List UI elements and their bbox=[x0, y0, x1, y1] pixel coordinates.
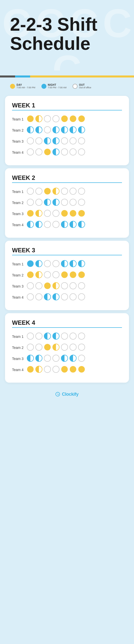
shift-circle bbox=[69, 137, 77, 146]
shift-circle bbox=[35, 198, 43, 207]
svg-point-19 bbox=[70, 138, 76, 144]
svg-point-18 bbox=[61, 138, 68, 144]
svg-point-101 bbox=[53, 355, 59, 361]
shift-circle bbox=[78, 293, 85, 302]
svg-point-44 bbox=[44, 210, 51, 217]
week-title: WEEK 3 bbox=[12, 247, 122, 254]
shift-circle bbox=[78, 198, 85, 207]
team-label: Team 4 bbox=[12, 150, 27, 154]
svg-point-15 bbox=[36, 138, 42, 144]
shift-circles bbox=[27, 293, 85, 302]
shift-circle bbox=[78, 260, 85, 268]
shift-circles bbox=[27, 282, 85, 291]
shift-circle bbox=[78, 354, 85, 363]
shift-circle bbox=[78, 210, 85, 218]
svg-point-0 bbox=[27, 115, 34, 122]
shift-circles bbox=[27, 260, 85, 268]
svg-point-33 bbox=[70, 188, 76, 194]
svg-point-70 bbox=[27, 283, 34, 289]
shift-circle bbox=[52, 115, 60, 124]
team-row: Team 1 bbox=[12, 332, 122, 341]
shift-circle bbox=[61, 187, 68, 196]
divider-seg3 bbox=[30, 75, 134, 77]
shift-circle bbox=[44, 198, 51, 207]
svg-point-82 bbox=[70, 294, 76, 300]
shift-circle bbox=[35, 137, 43, 146]
shift-circle bbox=[69, 354, 77, 363]
shift-circle bbox=[78, 332, 85, 341]
week-title: WEEK 1 bbox=[12, 102, 122, 109]
shift-circle bbox=[52, 210, 60, 218]
svg-point-88 bbox=[61, 333, 68, 339]
shift-circle bbox=[69, 126, 77, 135]
team-label: Team 1 bbox=[12, 335, 27, 339]
svg-point-25 bbox=[61, 149, 68, 155]
shift-circle bbox=[52, 282, 60, 291]
shift-circle bbox=[61, 137, 68, 146]
shift-circle bbox=[78, 282, 85, 291]
shift-circle bbox=[78, 366, 85, 374]
svg-point-45 bbox=[53, 210, 59, 217]
svg-point-40 bbox=[70, 199, 76, 206]
shift-circle bbox=[27, 354, 34, 363]
svg-point-69 bbox=[78, 271, 85, 278]
shift-circle bbox=[44, 260, 51, 268]
team-row: Team 3 bbox=[12, 137, 122, 146]
shift-circle bbox=[69, 115, 77, 124]
divider-seg1 bbox=[0, 75, 15, 77]
shift-circle bbox=[69, 343, 77, 352]
team-label: Team 4 bbox=[12, 223, 27, 227]
week-card-3: WEEK 3 Team 1 Team 2 Team 3 bbox=[5, 241, 129, 310]
week-divider bbox=[12, 255, 122, 255]
divider-bar bbox=[0, 75, 134, 77]
shift-circle bbox=[61, 366, 68, 374]
shift-circle bbox=[61, 221, 68, 229]
team-label: Team 3 bbox=[12, 212, 27, 216]
week-card-4: WEEK 4 Team 1 Team 2 Team 3 bbox=[5, 313, 129, 383]
svg-point-109 bbox=[61, 366, 68, 373]
svg-point-22 bbox=[36, 149, 42, 155]
shift-circle bbox=[27, 210, 34, 218]
team-row: Team 3 bbox=[12, 282, 122, 291]
shift-circle bbox=[27, 282, 34, 291]
shift-circles bbox=[27, 332, 85, 341]
svg-point-14 bbox=[27, 138, 34, 144]
shift-circles bbox=[27, 221, 85, 229]
svg-point-84 bbox=[27, 333, 34, 339]
svg-point-77 bbox=[27, 294, 34, 300]
clockify-icon bbox=[55, 392, 60, 396]
shift-circle bbox=[52, 366, 60, 374]
svg-point-58 bbox=[44, 260, 51, 267]
svg-point-32 bbox=[61, 188, 68, 194]
shift-circle bbox=[44, 148, 51, 157]
shift-circle bbox=[61, 260, 68, 268]
svg-point-52 bbox=[53, 221, 59, 228]
shift-circle bbox=[35, 126, 43, 135]
team-label: Team 2 bbox=[12, 201, 27, 205]
team-row: Team 1 bbox=[12, 187, 122, 196]
shift-circle bbox=[61, 332, 68, 341]
svg-point-85 bbox=[36, 333, 42, 339]
shift-circle bbox=[69, 187, 77, 196]
svg-point-56 bbox=[27, 260, 34, 267]
svg-point-81 bbox=[61, 294, 68, 300]
shift-circle bbox=[61, 148, 68, 157]
shift-circle bbox=[35, 354, 43, 363]
shift-circle bbox=[27, 126, 34, 135]
shift-circle bbox=[27, 137, 34, 146]
shift-circle bbox=[27, 260, 34, 268]
svg-point-28 bbox=[27, 188, 34, 194]
team-row: Team 1 bbox=[12, 260, 122, 268]
shift-circle bbox=[61, 354, 68, 363]
team-label: Team 1 bbox=[12, 117, 27, 121]
shift-circle bbox=[35, 148, 43, 157]
shift-circle bbox=[52, 293, 60, 302]
shift-circle bbox=[44, 293, 51, 302]
shift-circle bbox=[69, 221, 77, 229]
shift-circle bbox=[78, 343, 85, 352]
shift-circle bbox=[27, 271, 34, 279]
legend-night: NIGHT 7:00 PM - 7:00 AM bbox=[41, 84, 67, 89]
svg-point-92 bbox=[36, 344, 42, 350]
weeks-container: WEEK 1 Team 1 Team 2 bbox=[0, 96, 134, 383]
shift-circle bbox=[61, 271, 68, 279]
